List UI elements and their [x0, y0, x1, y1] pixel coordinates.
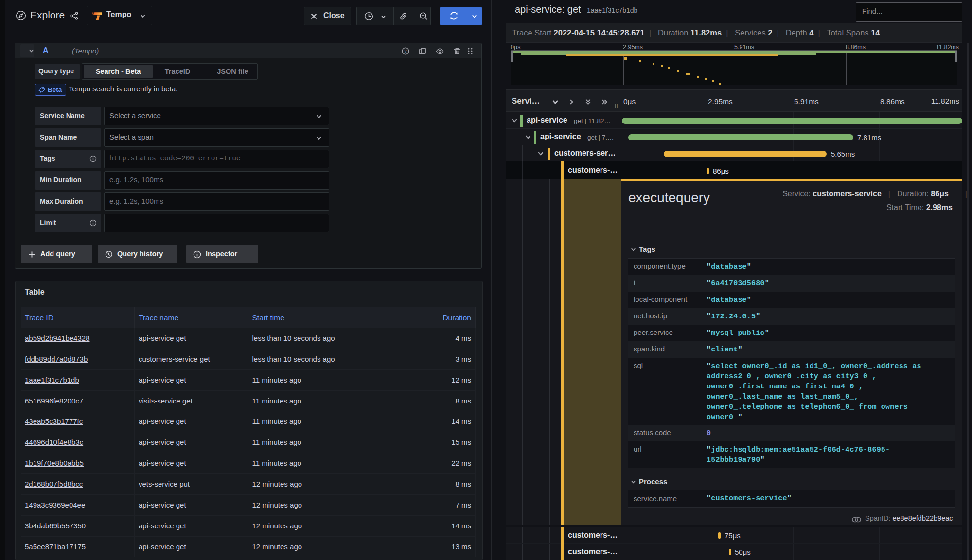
svg-text:?: ? — [404, 49, 406, 53]
